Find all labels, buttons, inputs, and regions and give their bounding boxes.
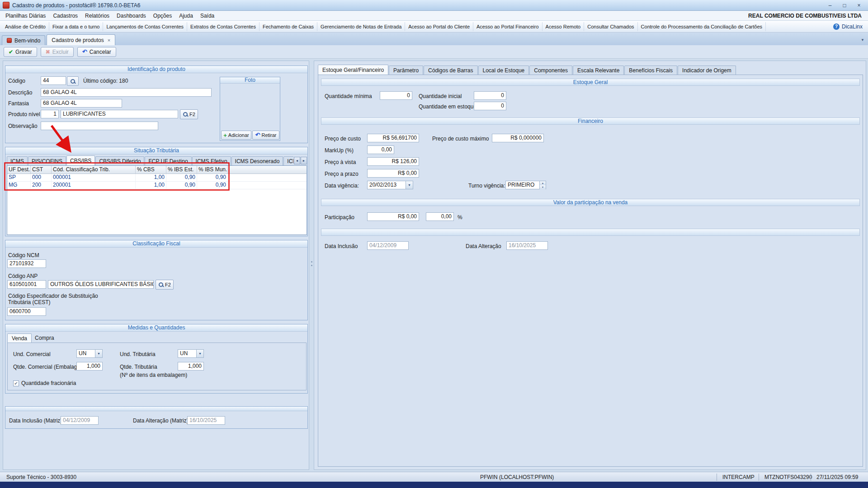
codigo-input[interactable]: 44 xyxy=(41,76,66,85)
tabs-scroll-right-icon[interactable]: ► xyxy=(301,157,307,164)
preco-custo-input[interactable]: R$ 56,691700 xyxy=(367,134,419,142)
tab-fcp-uf-destino[interactable]: FCP UF Destino xyxy=(145,156,191,165)
preco-custo-max-input[interactable]: R$ 0,000000 xyxy=(492,134,544,142)
gravar-button[interactable]: ✔ Gravar xyxy=(4,47,37,57)
tab-cbs-ibs-diferido[interactable]: CBS/IBS Diferido xyxy=(95,156,144,165)
tab-cbs-ibs[interactable]: CBS/IBS xyxy=(66,155,95,165)
close-button[interactable]: × xyxy=(853,1,865,9)
tab-icms-diferido[interactable]: ICMS Diferido xyxy=(283,156,293,165)
tab-componentes[interactable]: Componentes xyxy=(529,66,572,75)
preco-prazo-input[interactable]: R$ 0,00 xyxy=(367,169,419,178)
markup-input[interactable]: 0,00 xyxy=(367,145,394,154)
menu-ajuda[interactable]: Ajuda xyxy=(175,11,197,20)
excluir-button[interactable]: ✖ Excluir xyxy=(41,47,74,57)
quantidade-fracionaria-checkbox[interactable]: ✔ Quantidade fracionária xyxy=(13,380,76,386)
cest-input[interactable]: 0600700 xyxy=(7,307,46,316)
toolbar-acesso-remoto[interactable]: Acesso Remoto xyxy=(542,22,585,31)
anp-descricao-input[interactable]: OUTROS ÓLEOS LUBRIFICANTES BÁSICOS xyxy=(48,280,154,289)
participacao-valor-input[interactable]: R$ 0,00 xyxy=(367,212,419,221)
preco-vista-input[interactable]: R$ 126,00 xyxy=(367,157,419,166)
toolbar-gerenciamento-notas-entrada[interactable]: Gerenciamento de Notas de Entrada xyxy=(317,22,405,31)
data-vigencia-combo[interactable]: 20/02/2013 ▼ xyxy=(367,181,413,189)
tab-cadastro-de-produtos[interactable]: Cadastro de produtos × xyxy=(47,34,115,45)
spinner-control[interactable]: ▲ ▼ xyxy=(539,181,546,189)
retirar-button[interactable]: ↶ Retirar xyxy=(252,131,279,140)
group-classificacao-title: Classificação Fiscal xyxy=(5,240,307,248)
tab-estoque-geral-financeiro[interactable]: Estoque Geral/Financeiro xyxy=(318,65,388,75)
tab-parametro[interactable]: Parâmetro xyxy=(389,66,423,75)
toolbar-consultar-chamados[interactable]: Consultar Chamados xyxy=(584,22,637,31)
toolbar-acesso-portal-cliente[interactable]: Acesso ao Portal do Cliente xyxy=(405,22,473,31)
menu-cadastros[interactable]: Cadastros xyxy=(49,11,81,20)
nivel2-descricao-input[interactable]: LUBRIFICANTES xyxy=(61,110,178,118)
menu-opcoes[interactable]: Opções xyxy=(150,11,175,20)
und-comercial-combo[interactable]: UN ▼ xyxy=(76,349,103,358)
tab-escala-relevante[interactable]: Escala Relevante xyxy=(573,66,624,75)
col-cod-classificacao[interactable]: Cód. Classificação Trib. xyxy=(52,166,136,174)
tab-icms[interactable]: ICMS xyxy=(7,156,28,165)
tabs-scroll-left-icon[interactable]: ◄ xyxy=(294,157,300,164)
grid-row-mg[interactable]: MG 200 200001 1,00 0,90 0,90 xyxy=(7,182,307,189)
menu-planilhas-diarias[interactable]: Planilhas Diárias xyxy=(2,11,49,20)
qtd-minima-input[interactable]: 0 xyxy=(380,91,412,100)
tab-codigos-de-barras[interactable]: Códigos de Barras xyxy=(424,66,477,75)
fantasia-input[interactable]: 68 GALAO 4L xyxy=(41,99,122,108)
qtde-tributaria-input[interactable]: 1,000 xyxy=(178,362,204,371)
toolbar-controle-conciliacao-cartoes[interactable]: Controle do Processamento da Conciliação… xyxy=(638,22,766,31)
qtde-comercial-input[interactable]: 1,000 xyxy=(76,362,103,371)
tab-icms-desonerado[interactable]: ICMS Desonerado xyxy=(231,156,283,165)
nivel2-codigo-input[interactable]: 1 xyxy=(41,110,59,118)
col-cbs[interactable]: % CBS xyxy=(136,166,166,174)
data-inclusao-input[interactable]: 04/12/2009 xyxy=(367,241,409,250)
observacao-input[interactable] xyxy=(41,122,158,130)
toolbar-acesso-portal-financeiro[interactable]: Acesso ao Portal Financeiro xyxy=(473,22,542,31)
adicionar-button[interactable]: + Adicionar xyxy=(221,131,251,140)
tab-list-chevron-icon[interactable]: ▼ xyxy=(861,38,864,42)
ncm-label: Código NCM xyxy=(8,252,39,258)
toolbar-fixar-data-turno[interactable]: Fixar a data e o turno xyxy=(49,22,104,31)
tab-bem-vindo[interactable]: Bem-vindo xyxy=(2,35,45,45)
minimize-button[interactable]: – xyxy=(824,1,836,9)
data-alteracao-input[interactable]: 16/10/2025 xyxy=(506,241,548,250)
col-ibs-mun[interactable]: % IBS Mun. xyxy=(197,166,228,174)
data-alteracao-matriz-input[interactable]: 16/10/2025 xyxy=(187,416,225,425)
cancelar-button[interactable]: ↶ Cancelar xyxy=(77,47,116,57)
dropdown-icon[interactable]: ▼ xyxy=(95,350,102,357)
dicalinx-button[interactable]: ? DicaLinx xyxy=(830,23,866,30)
participacao-percentual-input[interactable]: 0,00 xyxy=(426,212,454,221)
tab-icms-efetivo[interactable]: ICMS Efetivo xyxy=(192,156,231,165)
toolbar-analise-de-credito[interactable]: Análise de Crédito xyxy=(2,22,49,31)
dropdown-icon[interactable]: ▼ xyxy=(406,181,413,189)
col-uf-dest[interactable]: UF Dest. xyxy=(7,166,31,174)
qtd-inicial-input[interactable]: 0 xyxy=(474,91,506,100)
col-ibs-est[interactable]: % IBS Est. xyxy=(166,166,197,174)
menu-saida[interactable]: Saída xyxy=(197,11,218,20)
tab-pis-cofins[interactable]: PIS/COFINS xyxy=(28,156,66,165)
tab-close-icon[interactable]: × xyxy=(108,38,110,43)
anp-f2-button[interactable]: F2 xyxy=(156,280,174,290)
tab-local-de-estoque[interactable]: Local de Estoque xyxy=(478,66,529,75)
tab-beneficios-fiscais[interactable]: Benefícios Fiscais xyxy=(624,66,677,75)
panel-splitter[interactable] xyxy=(310,61,313,470)
ncm-input[interactable]: 27101932 xyxy=(7,259,46,268)
qtd-estoque-input[interactable]: 0 xyxy=(474,102,506,110)
col-cst[interactable]: CST xyxy=(31,166,52,174)
anp-input[interactable]: 610501001 xyxy=(7,280,46,289)
menu-relatorios[interactable]: Relatórios xyxy=(81,11,113,20)
menu-dashboards[interactable]: Dashboards xyxy=(113,11,150,20)
dropdown-icon[interactable]: ▼ xyxy=(196,350,203,357)
data-inclusao-matriz-input[interactable]: 04/12/2009 xyxy=(61,416,99,425)
codigo-lookup-button[interactable] xyxy=(67,76,79,86)
tab-compra[interactable]: Compra xyxy=(31,333,58,343)
toolbar-fechamento-de-caixas[interactable]: Fechamento de Caixas xyxy=(259,22,317,31)
toolbar-lancamentos-contas-correntes[interactable]: Lançamentos de Contas Correntes xyxy=(103,22,187,31)
maximize-button[interactable]: □ xyxy=(838,1,851,9)
nivel2-f2-button[interactable]: F2 xyxy=(180,109,198,119)
toolbar-extratos-contas-correntes[interactable]: Extratos de Contas Correntes xyxy=(187,22,259,31)
grid-row-sp[interactable]: SP 000 000001 1,00 0,90 0,90 xyxy=(7,174,307,182)
tab-indicador-de-origem[interactable]: Indicador de Origem xyxy=(678,66,736,75)
und-tributaria-combo[interactable]: UN ▼ xyxy=(178,349,204,358)
turno-vigencia-combo[interactable]: PRIMEIRO ▲ ▼ xyxy=(505,181,546,189)
descricao-input[interactable]: 68 GALAO 4L xyxy=(41,88,212,97)
tab-venda[interactable]: Venda xyxy=(7,333,32,343)
